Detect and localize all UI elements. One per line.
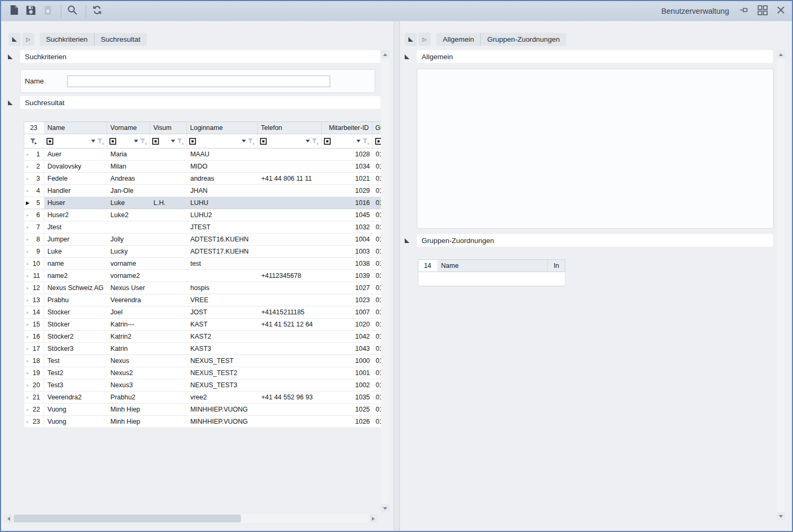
row-expander-icon[interactable]: ▸ [24,319,31,330]
row-header[interactable]: ▸22 [24,404,44,415]
column-filter-telefon[interactable]: x [258,134,322,148]
result-row[interactable]: ▸14StockerJoelJOST+41415211185100701 [24,306,384,319]
row-expander-icon[interactable]: ▸ [24,173,31,184]
scroll-left-button[interactable] [4,514,13,523]
result-row[interactable]: ▸3FedeleAndreasandreas+41 44 806 11 1110… [24,173,384,185]
result-row[interactable]: ▶5HuserLukeL.H.LUHU101601 [24,197,384,209]
row-header[interactable]: ▸16 [24,331,44,342]
left-horizontal-scrollbar[interactable] [4,514,377,523]
row-expander-icon[interactable]: ▸ [24,355,31,367]
row-header[interactable]: ▸4 [24,185,44,197]
column-filter-mid[interactable]: x [322,134,372,148]
filter-row-indicator[interactable] [24,134,44,148]
pin-button[interactable] [738,5,750,17]
result-row[interactable]: ▸16Stöcker2Katrin2KAST2104201 [24,331,384,343]
row-expander-icon[interactable]: ▸ [24,379,31,391]
search-button[interactable] [65,4,80,18]
collapse-section-icon[interactable] [8,54,13,59]
result-row[interactable]: ▸6Huser2Luke2LUHU2104501 [24,209,384,221]
row-header[interactable]: ▸20 [24,379,44,391]
column-header-login[interactable]: Loginname [187,122,258,134]
result-row[interactable]: ▸7JtestJTEST103201 [24,221,384,234]
result-row[interactable]: ▸20Test3Nexus3NEXUS_TEST3100201 [24,379,384,391]
row-expander-icon[interactable]: ▸ [24,343,31,354]
delete-button[interactable] [40,4,55,18]
tab-suchresultat[interactable]: Suchresultat [94,33,147,46]
row-expander-icon[interactable]: ▸ [24,306,31,318]
row-expander-icon[interactable]: ▸ [24,270,31,282]
result-row[interactable]: ▸23VuongMinh HiepMINHHIEP.VUONG102601 [24,416,384,428]
scroll-up-button[interactable] [381,50,389,59]
row-header[interactable]: ▸6 [24,209,44,221]
row-header[interactable]: ▸9 [24,246,44,257]
scroll-tabs-right-button[interactable]: ▷ [22,33,34,46]
row-expander-icon[interactable]: ▸ [24,221,31,233]
collapse-section-icon[interactable] [405,238,409,243]
tab-gruppen-zuordnungen[interactable]: Gruppen-Zuordnungen [480,33,566,46]
result-row[interactable]: ▸2DovalovskyMilanMIDO103401 [24,161,384,173]
save-button[interactable] [23,4,38,18]
column-header-telefon[interactable]: Telefon [258,122,322,134]
result-row[interactable]: ▸4HandlerJan-OleJHAN102901 [24,185,384,197]
column-filter-name[interactable]: x [44,134,107,148]
result-row[interactable]: ▸10namevornametest103801 [24,258,384,270]
row-expander-icon[interactable]: ▸ [24,331,31,342]
result-row[interactable]: ▸17Stöcker3KatrinKAST3104301 [24,343,384,355]
column-filter-login[interactable]: x [187,134,258,148]
collapse-section-icon[interactable] [8,100,13,105]
row-header[interactable]: ▸11 [24,270,44,282]
scroll-right-button[interactable] [369,514,377,523]
scroll-tabs-right-button[interactable]: ▷ [418,33,431,46]
column-header-in[interactable]: In [548,260,565,272]
result-row[interactable]: ▸11name2vorname2+4112345678103901 [24,270,384,282]
scroll-down-button[interactable] [777,512,785,520]
row-header[interactable]: ▸17 [24,343,44,354]
result-row[interactable]: ▸21Veerendra2Prabhu2vree2+41 44 552 96 9… [24,391,384,404]
row-expander-icon[interactable]: ▸ [24,282,31,294]
scroll-down-button[interactable] [381,504,389,512]
scrollbar-thumb[interactable] [14,515,241,522]
result-row[interactable]: ▸13PrabhuVeerendraVREE102301 [24,294,384,306]
result-row[interactable]: ▸19Test2Nexus2NEXUS_TEST2100101 [24,367,384,379]
section-gruppen-zuordnungen[interactable]: Gruppen-Zuordnungen [417,234,773,247]
scroll-tabs-left-button[interactable] [8,33,21,46]
row-header[interactable]: ▸1 [24,148,44,160]
result-row[interactable]: ▸8JumperJollyADTEST16.KUEHN100401 [24,234,384,246]
row-header[interactable]: ▸19 [24,367,44,379]
row-header[interactable]: ▸18 [24,355,44,367]
row-header[interactable]: ▸23 [24,416,44,427]
scroll-tabs-left-button[interactable] [405,33,417,46]
row-header[interactable]: ▸3 [24,173,44,184]
tab-allgemein[interactable]: Allgemein [436,33,480,46]
result-row[interactable]: ▸1AuerMariaMAAU102801 [24,148,384,161]
row-header[interactable]: ▸21 [24,391,44,403]
tab-suchkriterien[interactable]: Suchkriterien [40,33,94,46]
row-expander-icon[interactable]: ▸ [24,294,31,306]
row-header[interactable]: ▶5 [24,197,44,209]
result-row[interactable]: ▸9LukeLuckyADTEST17.KUEHN100301 [24,246,384,258]
scrollbar-track[interactable] [381,59,389,504]
row-expander-icon[interactable]: ▸ [24,234,31,245]
column-filter-visum[interactable]: x [150,134,187,148]
row-expander-icon[interactable]: ▸ [24,391,31,403]
selected-row-marker-icon[interactable]: ▶ [24,197,31,209]
row-header[interactable]: ▸2 [24,161,44,172]
row-expander-icon[interactable]: ▸ [24,416,31,427]
row-header[interactable]: ▸15 [24,319,44,330]
row-expander-icon[interactable]: ▸ [24,209,31,221]
result-row[interactable]: ▸22VuongMinh HiepMINHHIEP.VUONG102501 [24,404,384,416]
right-vertical-scrollbar[interactable] [777,50,785,520]
row-expander-icon[interactable]: ▸ [24,161,31,172]
result-row[interactable]: ▸12Nexus Schweiz AGNexus Userhospis10270… [24,282,384,294]
collapse-section-icon[interactable] [405,54,409,59]
row-header[interactable]: ▸13 [24,294,44,306]
refresh-button[interactable] [90,4,105,18]
scroll-up-button[interactable] [777,50,785,59]
left-vertical-scrollbar[interactable] [381,50,389,512]
row-header[interactable]: ▸14 [24,306,44,318]
row-header[interactable]: ▸10 [24,258,44,269]
column-filter-vorname[interactable]: x [107,134,150,148]
section-suchresultat[interactable]: Suchresultat [20,96,380,109]
row-header[interactable]: ▸12 [24,282,44,294]
section-allgemein[interactable]: Allgemein [417,50,773,63]
